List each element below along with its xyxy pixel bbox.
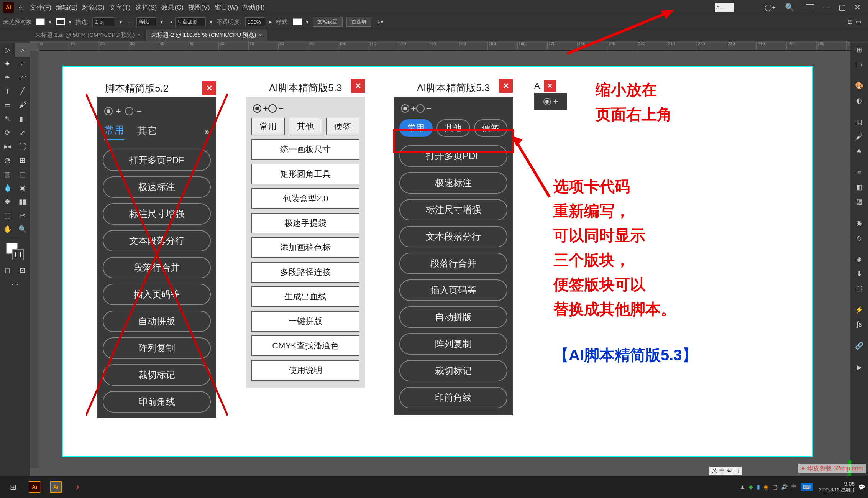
- plus-icon[interactable]: +: [553, 97, 558, 107]
- menu-file[interactable]: 文件(F): [30, 3, 51, 12]
- script-button[interactable]: 打开多页PDF: [103, 150, 211, 171]
- radio-on[interactable]: [253, 104, 261, 113]
- tray-icon[interactable]: ⬚: [772, 484, 777, 490]
- script-button[interactable]: 矩形圆角工具: [251, 164, 359, 184]
- screen-mode[interactable]: ⊡: [15, 263, 30, 277]
- width-tool[interactable]: ▸◂: [0, 140, 15, 153]
- tab-common[interactable]: 常用: [251, 118, 285, 135]
- maximize-button[interactable]: ▢: [834, 3, 850, 12]
- tab-other[interactable]: 其他: [289, 118, 322, 135]
- artboards-panel-icon[interactable]: ⬚: [853, 282, 865, 294]
- perspective-tool[interactable]: ⊞: [15, 153, 30, 167]
- panel-toggle-icon-2[interactable]: ▭: [856, 18, 861, 25]
- shaper-tool[interactable]: ✎: [0, 112, 15, 126]
- script-button[interactable]: 生成出血线: [251, 286, 359, 307]
- radio-on[interactable]: [104, 107, 113, 115]
- script-button[interactable]: 自动拼版: [103, 311, 211, 332]
- script-button[interactable]: 印前角线: [103, 391, 211, 413]
- style-swatch[interactable]: [293, 18, 302, 25]
- menu-object[interactable]: 对象(O): [82, 3, 105, 12]
- script-button[interactable]: 一键拼版: [251, 311, 359, 332]
- script-button[interactable]: 极速手提袋: [251, 213, 359, 233]
- scale-mode[interactable]: [136, 17, 156, 26]
- script-button[interactable]: 印前角线: [399, 387, 507, 408]
- script-button[interactable]: 插入页码等: [103, 284, 211, 305]
- menu-select[interactable]: 选择(S): [135, 3, 157, 12]
- volume-icon[interactable]: 🔊: [781, 484, 788, 490]
- script-button[interactable]: 文本段落分行: [399, 226, 507, 247]
- ime-icon[interactable]: 中: [791, 483, 797, 490]
- direct-selection-tool[interactable]: ▹: [15, 43, 30, 57]
- script-button[interactable]: 裁切标记: [399, 360, 507, 381]
- script-button[interactable]: 极速标注: [103, 176, 211, 198]
- rectangle-tool[interactable]: ▭: [0, 98, 15, 112]
- script-button[interactable]: 自动拼版: [399, 306, 507, 328]
- script-button[interactable]: 段落行合并: [103, 257, 211, 278]
- corner-input[interactable]: [175, 17, 206, 26]
- symbols-panel-icon[interactable]: ♣: [853, 145, 865, 157]
- radio-on[interactable]: [543, 98, 551, 105]
- color-panel-icon[interactable]: 🎨: [853, 80, 865, 92]
- asset-export-icon[interactable]: ⬇: [853, 268, 865, 280]
- taskbar-app[interactable]: Ai: [46, 479, 66, 495]
- color-guide-icon[interactable]: ◐: [853, 94, 865, 107]
- taskbar-app[interactable]: ♪: [67, 479, 87, 495]
- start-button[interactable]: ⊞: [3, 479, 23, 495]
- play-icon[interactable]: ▶: [853, 361, 865, 373]
- minus-icon[interactable]: −: [136, 106, 142, 117]
- workspace-icon[interactable]: [806, 4, 814, 10]
- menu-help[interactable]: 帮助(H): [243, 3, 265, 12]
- tray-icon[interactable]: ▮: [757, 484, 760, 490]
- script-button[interactable]: 包装盒型2.0: [251, 188, 359, 209]
- properties-panel-icon[interactable]: ⊞: [853, 44, 865, 56]
- stroke-color[interactable]: [12, 249, 24, 260]
- menu-view[interactable]: 视图(V): [188, 3, 210, 12]
- column-graph-tool[interactable]: ▮▮: [15, 195, 30, 209]
- artboard-tool[interactable]: ⬚: [0, 209, 15, 222]
- eraser-tool[interactable]: ◧: [15, 112, 30, 126]
- paintbrush-tool[interactable]: 🖌: [15, 98, 30, 112]
- script-button[interactable]: 多段路径连接: [251, 262, 359, 283]
- script-button[interactable]: 阵列复制: [399, 333, 507, 355]
- align-icon[interactable]: ⊧▾: [377, 18, 384, 25]
- script-button[interactable]: 标注尺寸增强: [399, 199, 507, 220]
- script-button[interactable]: 统一画板尺寸: [251, 139, 359, 160]
- script-button[interactable]: 极速标注: [399, 172, 507, 194]
- tab-notes[interactable]: 便签: [474, 119, 507, 137]
- menu-type[interactable]: 文字(T): [109, 3, 131, 12]
- radio-off[interactable]: [416, 104, 425, 113]
- gradient-tool[interactable]: ▤: [15, 167, 30, 181]
- shape-builder-tool[interactable]: ◔: [0, 153, 15, 167]
- script-button[interactable]: 插入页码等: [399, 279, 507, 301]
- script-button[interactable]: 使用说明: [251, 360, 359, 381]
- script-button[interactable]: 添加画稿色标: [251, 237, 359, 258]
- lasso-tool[interactable]: ⟋: [15, 57, 30, 71]
- taskbar-app[interactable]: Ai: [25, 479, 44, 495]
- tab-common[interactable]: 常用: [104, 123, 124, 140]
- stroke-panel-icon[interactable]: ≡: [853, 166, 865, 179]
- symbol-sprayer-tool[interactable]: ✺: [0, 195, 15, 209]
- tab-notes[interactable]: 便签: [326, 118, 359, 135]
- appearance-panel-icon[interactable]: ◉: [853, 217, 865, 229]
- tab-other[interactable]: 其他: [436, 119, 470, 137]
- script-button[interactable]: 标注尺寸增强: [103, 203, 211, 225]
- links-panel-icon[interactable]: 🔗: [853, 340, 865, 352]
- menu-effect[interactable]: 效果(C): [161, 3, 184, 12]
- type-tool[interactable]: T: [0, 84, 15, 98]
- tab-other[interactable]: 其它: [137, 124, 157, 140]
- script-button[interactable]: 阵列复制: [103, 337, 211, 359]
- gradient-panel-icon[interactable]: ◧: [853, 181, 865, 193]
- close-icon[interactable]: ✕: [351, 79, 365, 93]
- zoom-tool[interactable]: 🔍: [15, 222, 30, 236]
- home-icon[interactable]: ⌂: [18, 3, 23, 12]
- slice-tool[interactable]: ✂: [15, 209, 30, 222]
- selection-tool[interactable]: ▷: [0, 43, 15, 57]
- swatches-panel-icon[interactable]: ▦: [853, 116, 865, 128]
- clock[interactable]: 9:06 2023/8/13 星期日: [819, 481, 855, 493]
- brushes-panel-icon[interactable]: 🖌: [853, 130, 865, 143]
- document-tab[interactable]: 未标题-2 @ 110.65 % (CMYK/CPU 预览)×: [146, 29, 267, 41]
- line-tool[interactable]: ╱: [15, 84, 30, 98]
- actions-panel-icon[interactable]: ⚡: [853, 304, 865, 316]
- tab-close-icon[interactable]: ×: [138, 33, 140, 38]
- hand-tool[interactable]: ✋: [0, 222, 15, 236]
